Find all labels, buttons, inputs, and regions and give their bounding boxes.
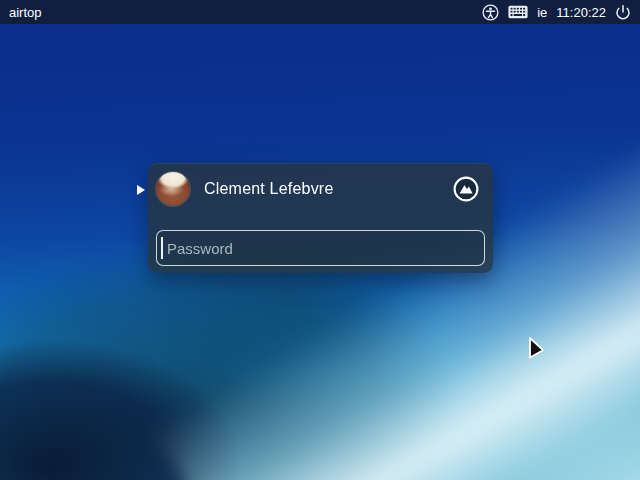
- login-panel: Clement Lefebvre: [148, 163, 493, 273]
- text-caret: [161, 237, 163, 259]
- top-bar: airtop: [0, 0, 640, 24]
- password-input[interactable]: [156, 230, 485, 266]
- keyboard-layout-indicator[interactable]: ie: [537, 5, 547, 20]
- power-icon[interactable]: [615, 4, 631, 20]
- session-badge-icon[interactable]: [453, 176, 479, 202]
- user-avatar: [156, 172, 190, 206]
- user-row[interactable]: Clement Lefebvre: [148, 163, 493, 206]
- hostname-label: airtop: [9, 5, 42, 20]
- accessibility-icon[interactable]: [482, 4, 499, 21]
- keyboard-icon[interactable]: [508, 5, 528, 19]
- username-label: Clement Lefebvre: [204, 180, 334, 198]
- clock: 11:20:22: [556, 5, 606, 20]
- login-screen: airtop: [0, 0, 640, 480]
- user-select-arrow-icon: [137, 185, 145, 195]
